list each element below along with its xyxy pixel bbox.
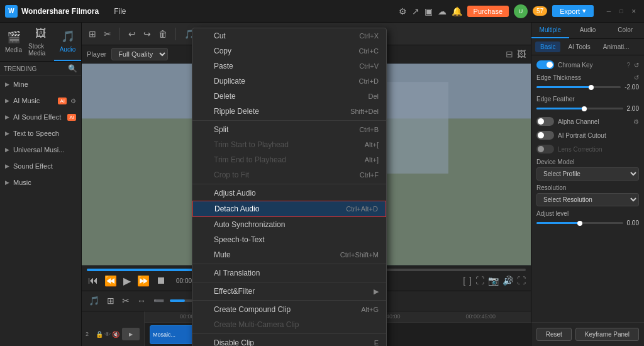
file-menu[interactable]: File <box>109 6 131 17</box>
panel-subtab-basic[interactable]: Basic <box>535 42 560 52</box>
timeline-trim-icon[interactable]: ↔ <box>135 294 148 308</box>
alpha-channel-row: Alpha Channel ⚙ <box>536 117 639 126</box>
toolbar-snap-icon[interactable]: ⊞ <box>87 27 98 41</box>
volume-icon[interactable]: 🔊 <box>502 276 513 286</box>
ai-badge-music: AI <box>58 98 67 104</box>
resolution-select[interactable]: Select Resolution <box>536 193 639 206</box>
ctx-auto-sync[interactable]: Auto Synchronization <box>192 217 386 232</box>
ctx-disable-clip[interactable]: Disable Clip E <box>192 335 386 346</box>
sidebar-item-universal[interactable]: ▶ Universal Musi... <box>0 142 81 158</box>
snapshot-icon[interactable]: 📷 <box>488 276 499 286</box>
export-button[interactable]: Export ▾ <box>552 5 594 17</box>
sidebar-item-tts[interactable]: ▶ Text to Speech <box>0 125 81 142</box>
avatar[interactable]: U <box>514 4 528 18</box>
edge-thickness-reset[interactable]: ↺ <box>634 74 639 81</box>
prev-frame-button[interactable]: ⏪ <box>103 274 118 288</box>
ctx-ai-translation[interactable]: AI Translation <box>192 265 386 281</box>
lock-icon[interactable]: 🔒 <box>96 331 103 338</box>
next-frame-button[interactable]: ⏩ <box>136 274 151 288</box>
timeline-cut-icon[interactable]: ✂ <box>120 294 131 308</box>
zoom-icon[interactable]: ⛶ <box>517 276 526 286</box>
keyframe-panel-button[interactable]: Keyframe Panel <box>575 328 639 341</box>
resolution-section: Resolution Select Resolution <box>536 184 639 206</box>
sidebar-item-ai-sound[interactable]: ▶ AI Sound Effect AI <box>0 109 81 125</box>
out-point-icon[interactable]: ] <box>469 276 472 286</box>
chroma-key-toggle[interactable] <box>536 60 554 69</box>
ctx-speech-to-text[interactable]: Speech-to-Text <box>192 232 386 247</box>
top-bar: W Wondershare Filmora File ⚙ ↗ ▣ ☁ 🔔 Pur… <box>0 0 644 23</box>
ctx-split[interactable]: Split Ctrl+B <box>192 122 386 137</box>
icon-notification[interactable]: 🔔 <box>452 6 462 16</box>
search-icon[interactable]: 🔍 <box>68 64 77 73</box>
settings-icon-music[interactable]: ⚙ <box>70 98 76 104</box>
edge-feather-section: Edge Feather 2.00 <box>536 96 639 112</box>
chroma-reset-icon[interactable]: ↺ <box>634 62 639 69</box>
ctx-adjust-audio[interactable]: Adjust Audio <box>192 186 386 201</box>
mute-icon[interactable]: 🔇 <box>112 331 119 338</box>
aspect-ratio-icon[interactable]: ⊟ <box>506 49 513 59</box>
sidebar-tab-stock[interactable]: 🖼 Stock Media <box>27 23 54 61</box>
eye-icon[interactable]: 👁 <box>104 331 111 338</box>
add-media-icon[interactable]: 🎵 <box>87 294 101 308</box>
device-model-select[interactable]: Select Profile <box>536 167 639 181</box>
edge-thickness-slider[interactable] <box>536 86 621 88</box>
alpha-settings-icon[interactable]: ⚙ <box>633 118 639 125</box>
points-badge: 57 <box>533 6 547 16</box>
zoom-out-icon[interactable]: ➖ <box>152 294 166 308</box>
sidebar-item-sound-effect[interactable]: ▶ Sound Effect <box>0 158 81 174</box>
logo-area: W Wondershare Filmora <box>5 5 99 18</box>
panel-subtab-ai[interactable]: AI Tools <box>563 42 595 52</box>
stop-button[interactable]: ⏹ <box>155 274 167 287</box>
track-label-2: 2 🔒 👁 🔇 ▶ <box>82 323 144 346</box>
ctx-compound-clip[interactable]: Create Compound Clip Alt+G <box>192 302 386 317</box>
ctx-mute[interactable]: Mute Ctrl+Shift+M <box>192 247 386 262</box>
screenshot-icon[interactable]: 🖼 <box>517 49 526 59</box>
toolbar-undo-icon[interactable]: ↩ <box>126 27 138 41</box>
icon-screen[interactable]: ▣ <box>425 6 433 16</box>
timeline-snap-icon[interactable]: ⊞ <box>105 294 116 308</box>
in-point-icon[interactable]: [ <box>463 276 465 286</box>
sidebar-tab-media[interactable]: 🎬 Media <box>0 23 27 61</box>
icon-share[interactable]: ↗ <box>412 6 419 16</box>
expand-arrow-universal: ▶ <box>5 147 9 153</box>
edge-feather-slider[interactable] <box>536 108 623 109</box>
panel-subtab-anim[interactable]: Animati... <box>598 42 635 52</box>
ctx-ripple-delete[interactable]: Ripple Delete Shift+Del <box>192 104 386 119</box>
sidebar-tab-audio[interactable]: 🎵 Audio <box>54 23 81 61</box>
chroma-help-icon[interactable]: ? <box>626 62 630 69</box>
ctx-effect-filter[interactable]: Effect&Filter ▶ <box>192 284 386 299</box>
adjust-level-slider[interactable] <box>536 222 623 224</box>
panel-tab-multiple[interactable]: Multiple <box>531 23 569 38</box>
purchase-button[interactable]: Purchase <box>467 6 509 17</box>
rewind-button[interactable]: ⏮ <box>87 274 99 287</box>
ctx-delete[interactable]: Delete Del <box>192 89 386 104</box>
sidebar-items: ▶ Mine ▶ AI Music AI ⚙ ▶ AI Sound Effect… <box>0 76 81 346</box>
close-button[interactable]: ✕ <box>629 6 639 16</box>
sidebar-item-music[interactable]: ▶ Music <box>0 174 81 191</box>
panel-tab-color[interactable]: Color <box>606 23 644 38</box>
ctx-paste[interactable]: Paste Ctrl+V <box>192 59 386 74</box>
icon-cloud[interactable]: ☁ <box>438 6 447 16</box>
ctx-cut[interactable]: Cut Ctrl+X <box>192 28 386 43</box>
ctx-duplicate[interactable]: Duplicate Ctrl+D <box>192 74 386 89</box>
minimize-button[interactable]: ─ <box>604 6 614 16</box>
alpha-channel-toggle[interactable] <box>536 117 554 126</box>
ctx-crop: Crop to Fit Ctrl+F <box>192 167 386 182</box>
play-button[interactable]: ▶ <box>122 274 132 288</box>
panel-tab-audio[interactable]: Audio <box>569 23 607 38</box>
sidebar-item-mine[interactable]: ▶ Mine <box>0 76 81 92</box>
toolbar-delete-icon[interactable]: 🗑 <box>157 27 169 41</box>
maximize-button[interactable]: □ <box>616 6 626 16</box>
ctx-copy[interactable]: Copy Ctrl+C <box>192 43 386 59</box>
reset-button[interactable]: Reset <box>536 328 572 341</box>
icon-settings[interactable]: ⚙ <box>399 6 407 16</box>
lens-correction-toggle[interactable] <box>536 145 554 153</box>
fullscreen-icon[interactable]: ⛶ <box>475 276 484 286</box>
sidebar-item-ai-music[interactable]: ▶ AI Music AI ⚙ <box>0 92 81 109</box>
toolbar-redo-icon[interactable]: ↪ <box>142 27 153 41</box>
toolbar-split-icon[interactable]: ✂ <box>102 27 113 41</box>
quality-select[interactable]: Full Quality <box>111 48 168 60</box>
ai-portrait-toggle[interactable] <box>536 131 554 140</box>
ctx-detach-audio[interactable]: Detach Audio Ctrl+Alt+D <box>192 201 386 217</box>
sidebar-tabs: 🎬 Media 🖼 Stock Media 🎵 Audio <box>0 23 81 62</box>
